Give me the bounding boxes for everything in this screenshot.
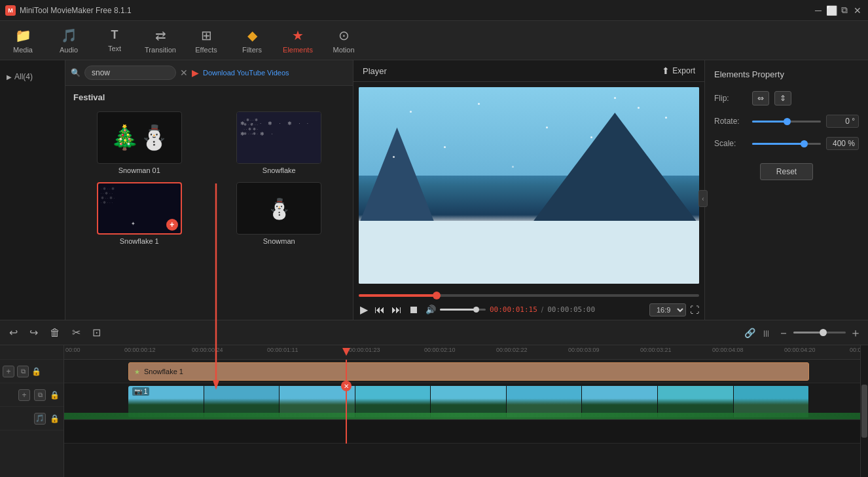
scale-label: Scale:: [714, 139, 747, 148]
zoom-thumb: [820, 329, 827, 336]
properties-title: Elements Property: [714, 69, 859, 79]
progress-fill: [359, 294, 437, 297]
toolbar-transition[interactable]: ⇄ Transition: [137, 21, 183, 60]
stop-button[interactable]: ⏹: [407, 303, 420, 317]
player-header: Player ⬆ Export: [353, 60, 704, 82]
filters-icon: ◆: [247, 28, 257, 43]
maximize-button[interactable]: ⬜: [826, 5, 837, 16]
toolbar-media-label: Media: [13, 46, 33, 54]
add-snowflake1-button[interactable]: +: [166, 219, 178, 231]
timeline: ↩ ↪ 🗑 ✂ ⊡ 🔗 ⫼ － ＋ + ⧉: [0, 320, 868, 477]
search-bar: 🔍 ✕ ▶ Download YouTube Videos: [65, 60, 353, 86]
snow-dots-2: · ❄ · · ❄· · ❄ · ·❄ · · ❄ ·· ❄ · · ·: [101, 186, 115, 204]
audio-track-icon[interactable]: 🎵: [34, 413, 46, 425]
restore-button[interactable]: ⧉: [839, 5, 850, 16]
progress-bar[interactable]: [359, 294, 699, 297]
volume-button[interactable]: 🔊: [424, 303, 437, 316]
cut-button[interactable]: ✂: [69, 325, 83, 340]
ruler-mark-2: 00:00:00:24: [192, 347, 223, 353]
toolbar-audio[interactable]: 🎵 Audio: [46, 21, 92, 60]
split-button[interactable]: ⫼: [759, 326, 774, 339]
track-add-row: + ⧉ 🔒: [0, 360, 63, 383]
search-input[interactable]: [84, 66, 176, 80]
download-youtube-link[interactable]: Download YouTube Videos: [203, 69, 289, 77]
left-panel: ▶ All(4) 🔍 ✕ ▶ Download YouTube Videos F…: [0, 60, 353, 320]
audio-lock-button[interactable]: 🔒: [50, 414, 60, 423]
element-card-snowflake[interactable]: · ❄ · · ❄❄ · ❄ · ·· · ❄ ❄ ·❄ · · ❄ · Sno…: [213, 111, 346, 174]
next-frame-button[interactable]: ⏭: [390, 303, 403, 317]
undo-button[interactable]: ↩: [7, 325, 20, 340]
element-thumb-snowman: ⛄: [236, 182, 321, 235]
delete-button[interactable]: 🗑: [47, 325, 63, 340]
timeline-toolbar: ↩ ↪ 🗑 ✂ ⊡ 🔗 ⫼ － ＋: [0, 320, 868, 345]
snow-p4: [614, 97, 616, 99]
video-track-lock-button[interactable]: 🔒: [50, 391, 60, 400]
link-tracks-button[interactable]: 🔗: [744, 328, 755, 338]
close-button[interactable]: ✕: [852, 5, 863, 16]
copy-track-button[interactable]: ⧉: [17, 366, 29, 377]
add-track-button[interactable]: +: [3, 366, 14, 377]
play-button[interactable]: ▶: [359, 302, 369, 317]
toolbar-media[interactable]: 📁 Media: [0, 21, 46, 60]
audio-icon: 🎵: [61, 28, 77, 43]
flip-vertical-button[interactable]: ⇕: [774, 91, 791, 105]
scale-thumb: [801, 140, 808, 147]
video-frame: [359, 87, 699, 284]
crop-button[interactable]: ⊡: [90, 325, 103, 340]
element-card-snowman[interactable]: ⛄ Snowman: [213, 182, 346, 245]
flip-horizontal-button[interactable]: ⇔: [752, 91, 769, 105]
zoom-out-button[interactable]: －: [778, 325, 789, 341]
volume-thumb: [473, 307, 479, 313]
rotate-thumb: [784, 118, 791, 125]
toolbar-effects[interactable]: ⊞ Effects: [183, 21, 229, 60]
motion-icon: ⊙: [338, 28, 350, 43]
ruler-mark-6: 00:00:02:22: [496, 347, 528, 353]
zoom-slider[interactable]: [793, 332, 846, 334]
fullscreen-button[interactable]: ⛶: [690, 305, 699, 315]
toolbar-audio-label: Audio: [60, 46, 78, 54]
minimize-button[interactable]: ─: [813, 5, 823, 16]
snowflake-track-clip[interactable]: ★ Snowflake 1: [128, 362, 809, 381]
track-content: 00:00 00:00:00:12 00:00:00:24 00:00:01:1…: [64, 345, 860, 477]
category-all-label: All(4): [14, 72, 33, 81]
snowman01-figure: 🎄⛄: [110, 124, 169, 151]
category-arrow: ▶: [7, 73, 12, 81]
zoom-in-button[interactable]: ＋: [850, 325, 861, 341]
toolbar-text[interactable]: T Text: [92, 21, 137, 60]
lock-track-button[interactable]: 🔒: [31, 367, 41, 376]
snowman-figure: ⛄: [267, 197, 291, 220]
reset-button[interactable]: Reset: [760, 163, 813, 180]
properties-collapse-button[interactable]: ‹: [698, 190, 708, 207]
toolbar-motion[interactable]: ⊙ Motion: [321, 21, 367, 60]
main-content: ▶ All(4) 🔍 ✕ ▶ Download YouTube Videos F…: [0, 60, 868, 320]
ruler-mark-8: 00:00:03:21: [640, 347, 672, 353]
element-card-snowman01[interactable]: 🎄⛄ Snowman 01: [73, 111, 206, 174]
element-thumb-snowman01: 🎄⛄: [97, 111, 182, 164]
toolbar-motion-label: Motion: [333, 46, 354, 54]
video-track-copy-button[interactable]: ⧉: [34, 389, 46, 401]
scrollbar-thumb[interactable]: [861, 385, 867, 437]
youtube-icon: ▶: [192, 67, 199, 78]
redo-button[interactable]: ↪: [27, 325, 41, 340]
toolbar-filters[interactable]: ◆ Filters: [229, 21, 275, 60]
volume-control: 🔊: [424, 303, 486, 316]
scale-slider[interactable]: [752, 143, 821, 145]
search-clear-button[interactable]: ✕: [180, 67, 188, 78]
toolbar-elements[interactable]: ★ Elements: [275, 21, 321, 60]
title-bar: M MiniTool MovieMaker Free 8.1.1 ─ ⬜ ⧉ ✕: [0, 0, 868, 21]
export-label: Export: [672, 66, 695, 75]
element-card-snowflake1[interactable]: · ❄ · · ❄· · ❄ · ·❄ · · ❄ ·· ❄ · · · ✦ +…: [73, 182, 206, 245]
export-button[interactable]: ⬆ Export: [662, 66, 695, 76]
rotate-slider[interactable]: [752, 121, 821, 123]
timeline-scrollbar[interactable]: [860, 345, 868, 477]
video-track-settings-button[interactable]: +: [18, 389, 30, 401]
snow-p2: [478, 103, 480, 105]
ruler-mark-9: 00:00:04:08: [712, 347, 744, 353]
ruler-mark-4: 00:00:01:23: [349, 347, 380, 353]
aspect-ratio-select[interactable]: 16:9 9:16 1:1: [649, 303, 686, 316]
reset-button-wrap: Reset: [714, 163, 859, 180]
volume-slider[interactable]: [440, 309, 486, 311]
category-all[interactable]: ▶ All(4): [0, 67, 65, 86]
prev-frame-button[interactable]: ⏮: [373, 303, 386, 317]
snow-p3: [546, 126, 548, 128]
